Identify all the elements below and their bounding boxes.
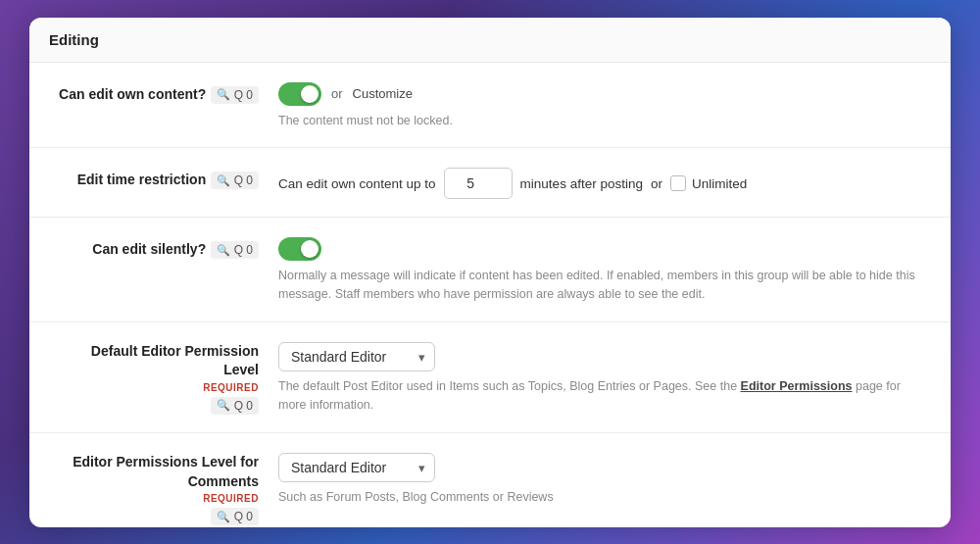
search-badge-editor-comments[interactable]: 🔍 Q 0 (211, 508, 259, 525)
search-badge-label: Q 0 (234, 173, 253, 187)
label-edit-time: Edit time restriction (77, 172, 206, 187)
search-badge-label: Q 0 (234, 399, 253, 413)
search-icon: 🔍 (217, 88, 230, 101)
required-badge-editor-comments: REQUIRED (53, 493, 259, 504)
label-editor-comments: Editor Permissions Level for Comments (73, 454, 259, 489)
customize-link-can-edit-own[interactable]: Customize (353, 86, 413, 101)
or-label-edit-time: or (651, 176, 662, 191)
unlimited-checkbox[interactable] (670, 175, 686, 191)
label-col-editor-comments: Editor Permissions Level for Comments RE… (53, 451, 278, 525)
search-badge-label: Q 0 (234, 510, 253, 523)
label-col-default-editor: Default Editor Permission Level REQUIRED… (53, 340, 278, 415)
label-can-edit-own: Can edit own content? (59, 85, 206, 101)
row-default-editor: Default Editor Permission Level REQUIRED… (29, 322, 951, 433)
search-icon: 🔍 (217, 174, 230, 187)
search-badge-label: Q 0 (234, 88, 253, 102)
hint-silently: Normally a message will indicate if cont… (278, 267, 927, 304)
label-silently: Can edit silently? (92, 241, 206, 257)
select-wrapper-default-editor: Standard Editor Advanced Editor Basic Ed… (278, 342, 435, 371)
toggle-silently[interactable] (278, 237, 321, 261)
hint-default-editor: The default Post Editor used in Items su… (278, 377, 927, 415)
card-body: Can edit own content? 🔍 Q 0 or Customize… (29, 63, 951, 527)
search-badge-default-editor[interactable]: 🔍 Q 0 (211, 397, 259, 415)
search-badge-can-edit-own[interactable]: 🔍 Q 0 (211, 86, 259, 104)
toggle-can-edit-own[interactable] (278, 82, 321, 106)
label-default-editor: Default Editor Permission Level (91, 343, 259, 378)
minutes-input[interactable] (444, 168, 513, 199)
content-default-editor: Standard Editor Advanced Editor Basic Ed… (278, 340, 927, 415)
label-col-silently: Can edit silently? 🔍 Q 0 (53, 235, 278, 259)
unlimited-row: Unlimited (670, 175, 747, 191)
inline-row-edit-time: Can edit own content up to minutes after… (278, 168, 927, 199)
label-col-edit-time: Edit time restriction 🔍 Q 0 (53, 166, 278, 189)
search-badge-label: Q 0 (234, 243, 253, 257)
row-can-edit-silently: Can edit silently? 🔍 Q 0 Normally a mess… (29, 218, 951, 322)
hint-editor-comments: Such as Forum Posts, Blog Comments or Re… (278, 488, 927, 507)
content-can-edit-own: or Customize The content must not be loc… (278, 80, 927, 130)
editor-permissions-link[interactable]: Editor Permissions (741, 379, 853, 393)
content-editor-comments: Standard Editor Advanced Editor Basic Ed… (278, 451, 927, 507)
toggle-row-silently (278, 237, 927, 261)
search-icon: 🔍 (217, 399, 230, 412)
card-title: Editing (29, 18, 951, 63)
toggle-row-can-edit-own: or Customize (278, 82, 927, 106)
editing-card: Editing Can edit own content? 🔍 Q 0 or C… (29, 18, 951, 527)
toggle-slider-silently (278, 237, 321, 261)
select-editor-comments[interactable]: Standard Editor Advanced Editor Basic Ed… (278, 453, 435, 482)
content-silently: Normally a message will indicate if cont… (278, 235, 927, 304)
toggle-slider-can-edit-own (278, 82, 321, 106)
row-edit-time: Edit time restriction 🔍 Q 0 Can edit own… (29, 148, 951, 218)
search-icon: 🔍 (217, 244, 230, 257)
search-badge-edit-time[interactable]: 🔍 Q 0 (211, 172, 259, 189)
search-badge-silently[interactable]: 🔍 Q 0 (211, 241, 259, 259)
search-icon: 🔍 (217, 511, 230, 523)
inline-suffix-edit-time: minutes after posting (520, 176, 643, 191)
required-badge-default-editor: REQUIRED (53, 382, 259, 393)
inline-prefix-edit-time: Can edit own content up to (278, 176, 436, 191)
unlimited-label: Unlimited (692, 176, 747, 191)
hint-can-edit-own: The content must not be locked. (278, 112, 927, 130)
or-label-can-edit-own: or (331, 86, 343, 101)
row-editor-comments: Editor Permissions Level for Comments RE… (29, 433, 951, 527)
select-wrapper-editor-comments: Standard Editor Advanced Editor Basic Ed… (278, 453, 435, 482)
label-col-can-edit-own: Can edit own content? 🔍 Q 0 (53, 80, 278, 104)
select-default-editor[interactable]: Standard Editor Advanced Editor Basic Ed… (278, 342, 435, 371)
row-can-edit-own: Can edit own content? 🔍 Q 0 or Customize… (29, 63, 951, 149)
content-edit-time: Can edit own content up to minutes after… (278, 166, 927, 199)
